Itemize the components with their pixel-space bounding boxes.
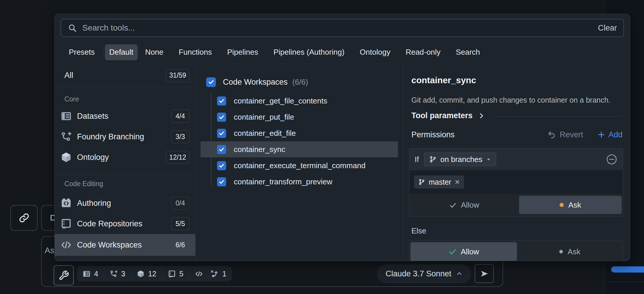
chevron-up-icon <box>456 270 463 277</box>
checkbox[interactable] <box>217 177 226 186</box>
tool-row-selected[interactable]: container_sync <box>201 141 398 157</box>
clear-button[interactable]: Clear <box>598 24 617 33</box>
tool-detail-panel: container_sync Git add, commit, and push… <box>403 64 630 261</box>
checkbox[interactable] <box>217 113 226 122</box>
git-branch-plus-icon <box>110 270 118 278</box>
tab-functions[interactable]: Functions <box>171 48 220 57</box>
code-block-icon <box>61 198 72 209</box>
search-box[interactable]: Clear <box>61 19 624 37</box>
cube-icon <box>61 152 72 163</box>
check-icon <box>448 248 457 256</box>
else-rule-card: Allow Ask <box>409 240 623 261</box>
tab-none[interactable]: None <box>138 48 171 57</box>
tool-row[interactable]: container_execute_terminal_command <box>201 158 398 173</box>
close-icon[interactable] <box>455 179 460 185</box>
sidebar-item-code-repositories[interactable]: Code Repositories 5/5 <box>55 213 195 234</box>
wrench-icon <box>59 270 69 281</box>
tool-description: Git add, commit, and push changes to con… <box>411 96 610 104</box>
section-divider <box>55 174 195 175</box>
else-label: Else <box>411 226 426 235</box>
ask-dot-icon <box>560 203 564 207</box>
ontology-count[interactable]: 12 <box>131 266 162 281</box>
count-badge: 12/12 <box>166 151 189 164</box>
git-repo-icon <box>168 270 176 278</box>
model-selector[interactable]: Claude 3.7 Sonnet <box>377 265 471 283</box>
count-badge: 0/4 <box>171 197 189 210</box>
section-label-core: Core <box>64 95 79 103</box>
check-icon <box>208 79 214 85</box>
tool-row[interactable]: container_get_file_contents <box>201 93 398 109</box>
tab-separator <box>104 46 104 59</box>
table-icon <box>61 111 72 122</box>
git-branch-plus-icon <box>61 131 72 142</box>
tab-ontology[interactable]: Ontology <box>352 48 398 57</box>
checkbox[interactable] <box>217 161 226 170</box>
git-branch-icon <box>418 178 425 186</box>
tab-read-only[interactable]: Read-only <box>398 48 448 57</box>
condition-dropdown[interactable]: on branches <box>424 153 496 166</box>
branch-chips-row: master <box>409 170 623 194</box>
remove-rule-button[interactable] <box>606 153 618 165</box>
branching-count[interactable]: 3 <box>104 266 131 281</box>
datasets-count[interactable]: 4 <box>77 266 104 281</box>
add-permission-button[interactable]: Add <box>597 130 623 139</box>
allow-option[interactable]: Allow <box>409 194 519 216</box>
screen: As D 4 3 12 5 6 <box>0 0 644 294</box>
section-label-code-editing: Code Editing <box>64 180 103 188</box>
tab-default[interactable]: Default <box>105 44 137 60</box>
tab-pipelines[interactable]: Pipelines <box>219 48 266 57</box>
check-icon <box>218 179 225 185</box>
checkbox[interactable] <box>217 96 226 106</box>
ask-option[interactable]: Ask <box>517 242 623 261</box>
tools-button[interactable] <box>54 265 74 285</box>
composer-partial-text[interactable]: As <box>45 246 54 255</box>
count-badge: 6/6 <box>171 238 189 251</box>
category-sidebar: All 31/59 Core Datasets 4/4 Foundry Bran… <box>55 64 196 261</box>
sidebar-item-all[interactable]: All 31/59 <box>55 64 195 87</box>
repositories-count[interactable]: 5 <box>162 266 189 281</box>
revert-button[interactable]: Revert <box>547 130 583 139</box>
git-branch-icon <box>429 156 437 163</box>
tab-presets[interactable]: Presets <box>61 48 102 57</box>
check-icon <box>218 114 225 120</box>
tool-row[interactable]: container_put_file <box>201 109 398 125</box>
tool-parameters-toggle[interactable]: Tool parameters <box>411 111 485 120</box>
link-button[interactable] <box>10 205 38 231</box>
undo-icon <box>547 130 556 139</box>
branch-chip[interactable]: master <box>414 176 464 188</box>
tool-group-row[interactable]: Code Workspaces (6/6) <box>201 74 398 90</box>
checkbox[interactable] <box>217 129 226 138</box>
allow-option-selected[interactable]: Allow <box>411 242 517 261</box>
check-icon <box>218 146 225 153</box>
tool-row[interactable]: container_transform_preview <box>201 174 398 190</box>
code-icon <box>195 270 203 278</box>
sidebar-item-code-workspaces[interactable]: Code Workspaces 6/6 <box>55 234 195 256</box>
partial-blue-button[interactable] <box>611 266 644 273</box>
tool-title: container_sync <box>411 75 476 85</box>
ask-option-selected[interactable]: Ask <box>519 196 622 214</box>
tool-row[interactable]: container_edit_file <box>201 125 398 141</box>
checkbox[interactable] <box>206 77 216 87</box>
ask-dot-icon <box>559 250 563 253</box>
tab-pipelines-authoring[interactable]: Pipelines (Authoring) <box>266 48 352 57</box>
code-icon <box>61 239 72 250</box>
sidebar-item-ontology[interactable]: Ontology 12/12 <box>55 147 195 168</box>
rule-condition-row: If on branches <box>409 148 623 170</box>
rule-action-toggle: Allow Ask <box>409 194 623 216</box>
tab-search[interactable]: Search <box>448 48 488 57</box>
tool-counts-summary[interactable]: 4 3 12 5 6 <box>77 266 216 281</box>
section-divider <box>497 116 622 117</box>
sidebar-item-foundry-branching[interactable]: Foundry Branching 3/3 <box>55 126 195 147</box>
send-button[interactable] <box>475 264 494 283</box>
sidebar-item-datasets[interactable]: Datasets 4/4 <box>55 106 195 126</box>
checkbox[interactable] <box>217 145 226 154</box>
search-input[interactable] <box>82 23 598 33</box>
check-icon <box>218 163 225 169</box>
send-icon <box>480 269 489 278</box>
check-icon <box>449 201 457 209</box>
count-badge: 5/5 <box>171 217 189 230</box>
sidebar-item-authoring[interactable]: Authoring 0/4 <box>55 193 195 213</box>
route-count-pill[interactable]: 1 <box>205 266 232 281</box>
preset-tab-bar: Presets Default None Functions Pipelines… <box>55 41 630 64</box>
tool-list-panel: Code Workspaces (6/6) container_get_file… <box>196 64 403 261</box>
